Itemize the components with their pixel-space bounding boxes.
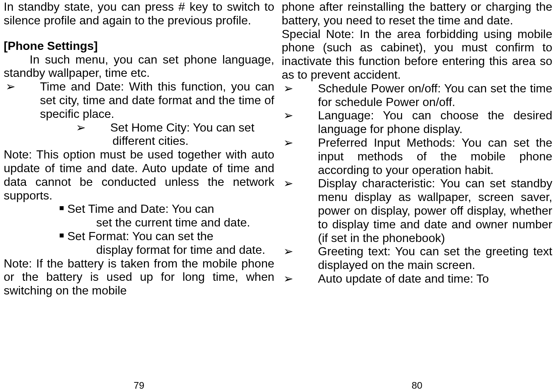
timedate-item: ➢ Time and Date: With this function, you… (4, 80, 274, 120)
schedule-power-item: ➢ Schedule Power on/off: You can set the… (282, 82, 553, 109)
intro-para-2: In such menu, you can set phone language… (4, 53, 274, 80)
chevron-icon: ➢ (4, 80, 17, 93)
chevron-icon: ➢ (282, 136, 295, 150)
page-number-left: 79 (4, 375, 274, 392)
chevron-icon: ➢ (282, 82, 295, 95)
schedule-power-text: Schedule Power on/off: You can set the t… (318, 82, 553, 109)
chevron-icon: ➢ (282, 109, 295, 122)
spacer (4, 27, 274, 39)
chevron-icon: ➢ (282, 272, 295, 286)
auto-update-text: Auto update of date and time: To (318, 272, 553, 286)
settimedate-line2: set the current time and date. (4, 216, 274, 229)
setformat-line1: Set Format: You can set the (67, 229, 274, 243)
page-left: In standby state, you can press # key to… (0, 0, 278, 392)
phone-settings-heading: [Phone Settings] (4, 39, 274, 53)
continued-para: phone after reinstalling the battery or … (282, 0, 553, 27)
display-characteristic-text: Display characteristic: You can set stan… (318, 177, 553, 245)
special-note: Special Note: In the area forbidding usi… (282, 27, 553, 82)
sethomecity-text-line1: Set Home City: You can set (110, 121, 274, 134)
settimedate-line1: Set Time and Date: You can (67, 202, 274, 216)
sethomecity-text-line2: different cities. (4, 134, 274, 148)
chevron-icon: ➢ (74, 121, 87, 134)
input-methods-text: Preferred Input Methods: You can set the… (318, 136, 553, 177)
square-icon: ■ (59, 202, 67, 214)
square-icon: ■ (59, 229, 67, 241)
note-2: Note: If the battery is taken from the m… (4, 257, 274, 297)
display-characteristic-item: ➢ Display characteristic: You can set st… (282, 177, 553, 245)
greeting-text-text: Greeting text: You can set the greeting … (318, 245, 553, 272)
chevron-icon: ➢ (282, 245, 295, 258)
language-text: Language: You can choose the desired lan… (318, 109, 553, 136)
page-right-content: phone after reinstalling the battery or … (282, 0, 553, 286)
greeting-text-item: ➢ Greeting text: You can set the greetin… (282, 245, 553, 272)
pages-container: In standby state, you can press # key to… (0, 0, 556, 392)
setformat-line2: display format for time and date. (4, 243, 274, 257)
auto-update-item: ➢ Auto update of date and time: To (282, 272, 553, 286)
chevron-icon: ➢ (282, 177, 295, 190)
page-left-content: In standby state, you can press # key to… (4, 0, 274, 297)
page-right: phone after reinstalling the battery or … (278, 0, 556, 392)
page-number-right: 80 (282, 375, 553, 392)
settimedate-item: ■ Set Time and Date: You can (4, 202, 274, 216)
setformat-item: ■ Set Format: You can set the (4, 229, 274, 243)
sethomecity-item: ➢ Set Home City: You can set (4, 121, 274, 134)
language-item: ➢ Language: You can choose the desired l… (282, 109, 553, 136)
note-1: Note: This option must be used together … (4, 148, 274, 202)
timedate-text: Time and Date: With this function, you c… (40, 80, 274, 120)
input-methods-item: ➢ Preferred Input Methods: You can set t… (282, 136, 553, 177)
intro-para-1: In standby state, you can press # key to… (4, 0, 274, 27)
